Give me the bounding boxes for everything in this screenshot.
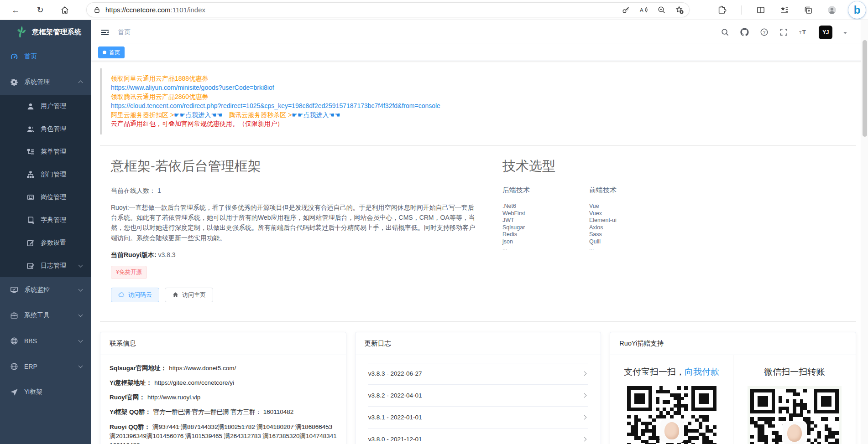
sidebar-item-bbs[interactable]: BBS — [0, 328, 91, 354]
sidebar-item-home[interactable]: 首页 — [0, 44, 91, 69]
notice-link[interactable]: ☛☛点我进入☚☚ — [174, 111, 222, 119]
notice-link[interactable]: https://www.aliyun.com/minisite/goods?us… — [111, 84, 274, 91]
notice-text: 腾讯云服务器秒杀区 > — [222, 111, 292, 119]
visit-gitee-label: 访问码云 — [128, 291, 152, 299]
chevron-down-icon[interactable] — [843, 32, 847, 36]
visit-gitee-button[interactable]: 访问码云 — [111, 288, 159, 302]
contact-value: https://www.donet5.com/ — [169, 365, 236, 372]
password-key-icon[interactable] — [622, 5, 630, 14]
sidebar-item-label: ERP — [24, 363, 37, 370]
sidebar-collapse-icon[interactable] — [100, 28, 110, 37]
chevron-down-icon — [78, 287, 83, 292]
changelog-card: 更新日志 v3.8.3 - 2022-06-27v3.8.2 - 2022-04… — [355, 332, 601, 444]
collections-icon[interactable] — [804, 5, 813, 15]
sidebar: 意框架管理系统 首页 系统管理 用户管理角色管理菜单管理部门管理岗位管理字典管理… — [0, 20, 91, 444]
user-avatar[interactable]: YJ — [819, 26, 832, 39]
page-content: 领取阿里云通用云产品1888优惠券https://www.aliyun.com/… — [91, 61, 868, 444]
sidebar-item-dept[interactable]: 部门管理 — [0, 163, 91, 186]
sidebar-item-config[interactable]: 参数设置 — [0, 232, 91, 254]
svg-text:A: A — [640, 7, 643, 13]
tech-item: Redis — [502, 231, 589, 238]
browser-home-icon[interactable] — [60, 5, 69, 15]
extensions-icon[interactable] — [717, 5, 727, 15]
sidebar-item-label: 参数设置 — [41, 239, 66, 247]
app-logo[interactable]: 意框架管理系统 — [0, 20, 91, 44]
favorite-star-icon[interactable] — [675, 5, 684, 14]
notice-link[interactable]: ☛☛点我进入☚☚ — [292, 111, 340, 119]
tech-item: Sass — [589, 231, 676, 238]
sidebar-item-label: 系统管理 — [24, 78, 50, 86]
browser-toolbar: ← ↻ https://ccnetcore.com:1101/index A ⋯… — [0, 0, 868, 20]
back-icon[interactable]: ← — [11, 5, 20, 15]
font-size-icon[interactable]: TT — [799, 28, 808, 36]
read-aloud-icon[interactable]: A — [639, 5, 648, 14]
chevron-down-icon — [78, 263, 83, 268]
changelog-item[interactable]: v3.8.1 - 2022-01-01 — [368, 407, 588, 429]
post-icon — [26, 193, 35, 201]
changelog-list: v3.8.3 - 2022-06-27v3.8.2 - 2022-04-01v3… — [356, 355, 601, 444]
tags-view-bar: 首页 — [91, 44, 868, 61]
sidebar-item-menu[interactable]: 菜单管理 — [0, 140, 91, 163]
search-icon[interactable] — [721, 28, 729, 36]
sidebar-item-yi[interactable]: Yi框架 — [0, 379, 91, 405]
notice-line: https://cloud.tencent.com/redirect.php?r… — [111, 102, 856, 111]
tech-item: .Net6 — [502, 203, 589, 210]
contact-row: Ruoyi QQ群：满937441 满887144332满180251782 满… — [110, 423, 337, 444]
address-bar[interactable]: https://ccnetcore.com:1101/index A — [87, 3, 689, 17]
changelog-item[interactable]: v3.8.0 - 2021-12-01 — [368, 429, 588, 444]
zoom-out-icon[interactable] — [657, 5, 666, 14]
tag-label: 首页 — [109, 49, 120, 57]
sidebar-item-user[interactable]: 用户管理 — [0, 95, 91, 118]
monitor-icon — [10, 286, 18, 294]
sidebar-item-label: Yi框架 — [24, 388, 42, 396]
tech-item: ... — [502, 245, 589, 253]
contact-value: 官方一群已满 官方二群已满 — [153, 408, 229, 415]
scrollbar-thumb[interactable] — [863, 40, 867, 137]
help-question-icon[interactable]: ? — [760, 28, 769, 36]
contact-label: Yi意框架地址： — [110, 379, 152, 386]
sidebar-item-dict[interactable]: 字典管理 — [0, 209, 91, 232]
online-count: 当前在线人数： 1 — [111, 187, 502, 195]
sidebar-item-role[interactable]: 角色管理 — [0, 118, 91, 140]
notice-link[interactable]: https://cloud.tencent.com/redirect.php?r… — [111, 102, 440, 109]
tech-item: json — [502, 238, 589, 246]
alipay-pay-link[interactable]: 向我付款 — [685, 367, 719, 377]
contact-card-title: 联系信息 — [100, 332, 346, 355]
bing-copilot-icon[interactable]: b — [848, 1, 866, 19]
visit-homepage-button[interactable]: 访问主页 — [165, 288, 213, 302]
changelog-item[interactable]: v3.8.3 - 2022-06-27 — [368, 363, 588, 385]
contact-card-body: Sqlsugar官网地址：https://www.donet5.com/Yi意框… — [100, 355, 346, 444]
wechat-title: 微信扫一扫转账 — [733, 366, 856, 378]
chevron-down-icon — [78, 313, 83, 317]
url-text[interactable]: https://ccnetcore.com:1101/index — [105, 6, 617, 14]
tag-home[interactable]: 首页 — [98, 46, 125, 58]
changelog-item[interactable]: v3.8.2 - 2022-04-01 — [368, 385, 588, 407]
refresh-icon[interactable]: ↻ — [36, 5, 45, 15]
sidebar-item-log[interactable]: 日志管理 — [0, 254, 91, 277]
tool-icon — [10, 311, 18, 320]
breadcrumb[interactable]: 首页 — [118, 28, 131, 36]
sidebar-item-system[interactable]: 系统管理 — [0, 69, 91, 95]
dict-icon — [26, 216, 35, 224]
notice-line: 领取腾讯云通用云产品2860优惠券 — [111, 93, 856, 102]
contact-card: 联系信息 Sqlsugar官网地址：https://www.donet5.com… — [100, 332, 346, 444]
tech-item: JWT — [502, 217, 589, 224]
notice-text: 领取腾讯云通用云产品2860优惠券 — [111, 93, 208, 100]
sidebar-item-tool[interactable]: 系统工具 — [0, 303, 91, 328]
favorites-list-icon[interactable] — [780, 5, 789, 15]
toolbar-divider — [741, 5, 742, 15]
alipay-qr-code — [627, 386, 716, 444]
chevron-down-icon — [78, 338, 83, 343]
sidebar-item-erp[interactable]: ERP — [0, 354, 91, 379]
profile-avatar-icon[interactable] — [827, 5, 837, 15]
sidebar-item-monitor[interactable]: 系统监控 — [0, 277, 91, 303]
github-icon[interactable] — [740, 28, 749, 36]
tech-item: ... — [589, 245, 676, 253]
contact-value: 官方三群： 160110482 — [229, 408, 294, 415]
sidebar-item-post[interactable]: 岗位管理 — [0, 186, 91, 209]
fullscreen-icon[interactable] — [779, 28, 788, 36]
tech-item: Vuex — [589, 210, 676, 217]
bottom-cards: 联系信息 Sqlsugar官网地址：https://www.donet5.com… — [100, 332, 856, 444]
browser-scrollbar[interactable] — [861, 20, 868, 444]
split-screen-icon[interactable] — [756, 5, 765, 15]
